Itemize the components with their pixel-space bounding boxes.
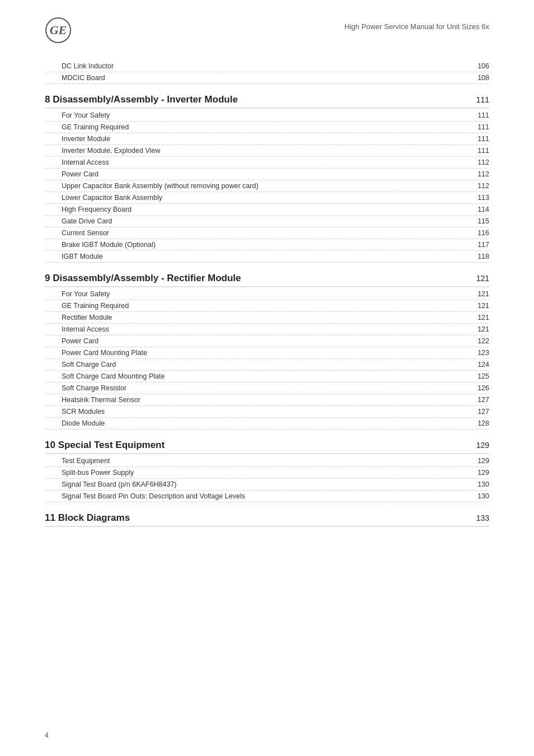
entry-page: 127 (472, 396, 489, 404)
entry-page: 123 (472, 349, 489, 357)
toc-entry[interactable]: Heatsink Thermal Sensor127 (45, 394, 489, 406)
toc-entry[interactable]: Power Card Mounting Plate123 (45, 347, 489, 359)
section-heading-section-11: 11 Block Diagrams133 (45, 512, 489, 527)
entry-label: Inverter Module (62, 135, 472, 143)
toc-entry[interactable]: Power Card122 (45, 335, 489, 347)
entry-page: 126 (472, 384, 489, 392)
section-heading-page: 121 (476, 274, 489, 283)
toc-section-pre-entries: DC Link Inductor106MDCIC Board108 (45, 60, 489, 84)
entry-page: 108 (472, 74, 489, 82)
entry-label: Power Card Mounting Plate (62, 349, 472, 357)
entry-page: 111 (472, 123, 489, 131)
toc-entry[interactable]: Power Card112 (45, 169, 489, 180)
toc-entry[interactable]: Soft Charge Card124 (45, 359, 489, 371)
section-heading-page: 133 (476, 514, 489, 522)
entry-page: 117 (472, 241, 489, 249)
toc-section-section-10: 10 Special Test Equipment129Test Equipme… (45, 440, 489, 502)
entry-label: DC Link Inductor (62, 62, 472, 70)
toc-entry[interactable]: Lower Capacitor Bank Assembly113 (45, 192, 489, 204)
entry-page: 111 (472, 147, 489, 155)
entry-label: MDCIC Board (62, 74, 472, 82)
entry-page: 121 (472, 325, 489, 333)
entry-label: Rectifier Module (62, 314, 472, 321)
toc-entry[interactable]: MDCIC Board108 (45, 72, 489, 84)
toc-entry[interactable]: Rectifier Module121 (45, 312, 489, 324)
entry-label: Signal Test Board Pin Outs: Description … (62, 492, 472, 500)
section-heading-page: 129 (476, 441, 489, 450)
entry-label: Power Card (62, 337, 472, 345)
toc-entry[interactable]: Test Equipment129 (45, 455, 489, 467)
toc-entry[interactable]: Brake IGBT Module (Optional)117 (45, 239, 489, 251)
toc-entry[interactable]: Internal Access121 (45, 324, 489, 335)
toc-container: DC Link Inductor106MDCIC Board1088 Disas… (45, 60, 489, 527)
entry-page: 125 (472, 372, 489, 380)
entry-label: Brake IGBT Module (Optional) (62, 241, 472, 249)
toc-entry[interactable]: Internal Access112 (45, 157, 489, 169)
toc-entry[interactable]: Soft Charge Card Mounting Plate125 (45, 371, 489, 382)
toc-entry[interactable]: IGBT Module118 (45, 251, 489, 263)
page-header: GE High Power Service Manual for Unit Si… (45, 17, 489, 44)
entry-page: 124 (472, 361, 489, 368)
entry-label: Soft Charge Card (62, 361, 472, 368)
toc-entry[interactable]: DC Link Inductor106 (45, 60, 489, 72)
toc-entry[interactable]: Current Sensor116 (45, 227, 489, 239)
toc-entry[interactable]: Upper Capacitor Bank Assembly (without r… (45, 180, 489, 192)
entry-page: 129 (472, 469, 489, 477)
entry-label: Power Card (62, 170, 472, 178)
section-heading-section-8: 8 Disassembly/Assembly - Inverter Module… (45, 94, 489, 109)
section-heading-label: 8 Disassembly/Assembly - Inverter Module (45, 94, 238, 105)
entry-page: 115 (472, 217, 489, 225)
entry-label: Split-bus Power Supply (62, 469, 472, 477)
entry-page: 112 (472, 182, 489, 190)
entry-label: GE Training Required (62, 123, 472, 131)
toc-entry[interactable]: High Frequency Board114 (45, 204, 489, 216)
entry-page: 128 (472, 419, 489, 427)
entry-label: Heatsink Thermal Sensor (62, 396, 472, 404)
toc-entry[interactable]: Soft Charge Resistor126 (45, 382, 489, 394)
section-heading-section-10: 10 Special Test Equipment129 (45, 440, 489, 454)
toc-entry[interactable]: GE Training Required111 (45, 122, 489, 133)
entry-label: Upper Capacitor Bank Assembly (without r… (62, 182, 472, 190)
toc-entry[interactable]: Split-bus Power Supply129 (45, 467, 489, 479)
svg-text:GE: GE (50, 23, 67, 37)
toc-entry[interactable]: Gate Drive Card115 (45, 216, 489, 227)
entry-page: 112 (472, 170, 489, 178)
entry-page: 112 (472, 158, 489, 166)
section-heading-label: 11 Block Diagrams (45, 512, 130, 524)
toc-entry[interactable]: Inverter Module111 (45, 133, 489, 145)
entry-label: Internal Access (62, 325, 472, 333)
entry-page: 116 (472, 229, 489, 237)
entry-page: 114 (472, 206, 489, 213)
entry-label: Soft Charge Resistor (62, 384, 472, 392)
entry-page: 129 (472, 457, 489, 465)
entry-label: Soft Charge Card Mounting Plate (62, 372, 472, 380)
toc-section-section-8: 8 Disassembly/Assembly - Inverter Module… (45, 94, 489, 263)
entry-label: IGBT Module (62, 253, 472, 260)
entry-label: For Your Safety (62, 111, 472, 119)
section-heading-label: 9 Disassembly/Assembly - Rectifier Modul… (45, 273, 241, 284)
toc-entry[interactable]: SCR Modules127 (45, 406, 489, 418)
toc-section-section-9: 9 Disassembly/Assembly - Rectifier Modul… (45, 273, 489, 430)
toc-entry[interactable]: For Your Safety111 (45, 110, 489, 122)
toc-entry[interactable]: For Your Safety121 (45, 288, 489, 300)
entry-page: 111 (472, 135, 489, 143)
entry-page: 130 (472, 480, 489, 488)
section-heading-section-9: 9 Disassembly/Assembly - Rectifier Modul… (45, 273, 489, 287)
entry-label: Inverter Module, Exploded View (62, 147, 472, 155)
toc-entry[interactable]: Signal Test Board (p/n 6KAF6H8437)130 (45, 479, 489, 491)
entry-label: Internal Access (62, 158, 472, 166)
header-title: High Power Service Manual for Unit Sizes… (344, 22, 489, 31)
toc-entry[interactable]: Inverter Module, Exploded View111 (45, 145, 489, 157)
entry-page: 127 (472, 408, 489, 416)
section-heading-page: 111 (476, 95, 489, 104)
page-number: 4 (45, 731, 49, 739)
toc-entry[interactable]: Diode Module128 (45, 418, 489, 430)
entry-label: SCR Modules (62, 408, 472, 416)
entry-page: 122 (472, 337, 489, 345)
entry-page: 111 (472, 111, 489, 119)
toc-entry[interactable]: Signal Test Board Pin Outs: Description … (45, 491, 489, 502)
entry-page: 113 (472, 194, 489, 202)
entry-page: 121 (472, 314, 489, 321)
toc-entry[interactable]: GE Training Required121 (45, 300, 489, 312)
entry-label: Lower Capacitor Bank Assembly (62, 194, 472, 202)
